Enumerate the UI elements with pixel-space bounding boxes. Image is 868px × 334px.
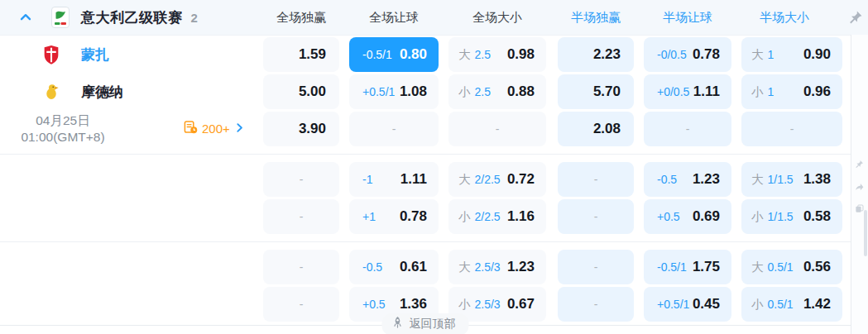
odds-cell[interactable]: 大2.50.98: [448, 37, 546, 72]
handicap-line: -0.5/1: [657, 260, 687, 274]
over-under-side: 小: [751, 297, 764, 313]
over-under-line: 小0.5/1: [751, 297, 794, 313]
goal-line: 2/2.5: [475, 210, 501, 223]
odds-cell[interactable]: 大2.5/31.23: [448, 250, 546, 284]
odds-value: 0.96: [803, 84, 831, 100]
odds-row: 蒙扎1.59-0.5/10.80大2.50.982.23-0/0.50.78大1…: [0, 37, 851, 72]
odds-cell[interactable]: -0.50.61: [349, 250, 439, 284]
odds-cell[interactable]: 大10.90: [741, 37, 842, 72]
match-date: 04月25日: [0, 112, 126, 129]
odds-row: 04月25日01:00(GMT+8)200+3.90--2.08--: [0, 112, 851, 146]
column-header-ft-1x2[interactable]: 全场独赢: [263, 0, 339, 35]
empty-odds-cell: -: [644, 112, 731, 146]
odds-cell[interactable]: -11.11: [349, 162, 439, 197]
odds-value: 0.90: [803, 46, 831, 63]
odds-group: --11.11大2/2.50.72--0.51.23大1/1.51.38-+10…: [0, 155, 851, 242]
league-name[interactable]: 意大利乙级联赛: [81, 8, 183, 27]
no-odds-dash: -: [300, 298, 304, 311]
odds-value: 1.08: [400, 84, 427, 100]
odds-value: 1.36: [400, 296, 427, 313]
over-under-side: 大: [458, 260, 471, 275]
home-team-name[interactable]: 蒙扎: [81, 45, 109, 64]
over-under-line: 小1/1.5: [751, 209, 794, 225]
odds-cell[interactable]: 大2/2.50.72: [448, 162, 546, 197]
odds-row: -+10.78小2/2.51.16-+0.50.69小1/1.50.58: [0, 199, 851, 234]
empty-left-cell: [0, 250, 263, 284]
odds-cell[interactable]: +0.5/11.08: [349, 74, 439, 109]
share-icon[interactable]: [855, 179, 864, 194]
pin-icon[interactable]: [848, 10, 863, 25]
odds-value: 1.11: [693, 84, 720, 100]
odds-cell[interactable]: 小1/1.50.58: [741, 199, 842, 234]
no-odds-dash: -: [300, 260, 304, 274]
odds-cell[interactable]: +10.78: [349, 199, 439, 234]
over-under-line: 小1: [751, 84, 774, 100]
odds-cell[interactable]: 大0.5/10.56: [741, 250, 842, 284]
match-time: 01:00(GMT+8): [0, 129, 126, 146]
no-odds-dash: -: [594, 298, 598, 311]
more-markets-link[interactable]: 200+: [184, 120, 245, 137]
empty-odds-cell: -: [263, 250, 339, 284]
column-header-ht-handicap[interactable]: 半场让球: [644, 0, 731, 35]
odds-cell[interactable]: +0/0.51.11: [644, 74, 731, 109]
back-to-top-button[interactable]: 返回顶部: [382, 313, 469, 334]
no-odds-dash: -: [594, 173, 598, 186]
no-odds-dash: -: [300, 173, 304, 186]
handicap-line: +0.5: [362, 298, 386, 311]
odds-cell[interactable]: -0.5/10.80: [349, 37, 439, 72]
odds-value: 1.75: [693, 259, 720, 275]
pin-icon-small[interactable]: [855, 157, 864, 172]
column-header-ht-overunder[interactable]: 半场大小: [741, 0, 842, 35]
odds-cell[interactable]: 1.59: [263, 37, 339, 72]
odds-value: 1.59: [299, 46, 326, 63]
league-logo-icon: [51, 7, 70, 28]
away-team-name[interactable]: 摩德纳: [81, 83, 123, 102]
column-header-ft-handicap[interactable]: 全场让球: [349, 0, 439, 35]
odds-cell[interactable]: 5.70: [558, 74, 634, 109]
odds-cell[interactable]: -0.5/11.75: [644, 250, 731, 284]
goal-line: 2.5: [475, 48, 491, 61]
odds-cell[interactable]: +0.50.69: [644, 199, 731, 234]
odds-cell[interactable]: 3.90: [263, 112, 339, 146]
handicap-line: +0/0.5: [657, 85, 689, 98]
league-header: 意大利乙级联赛 2 全场独赢 全场让球 全场大小 半场独赢 半场让球 半场大小: [0, 0, 868, 36]
odds-cell[interactable]: 小2/2.51.16: [448, 199, 546, 234]
markets-count-label: 200+: [202, 122, 230, 136]
collapse-chevron-up-icon[interactable]: [18, 10, 33, 25]
handicap-line: -0/0.5: [657, 48, 687, 61]
odds-cell[interactable]: 5.00: [263, 74, 339, 109]
goal-line: 2/2.5: [475, 173, 501, 186]
goal-line: 1/1.5: [768, 210, 794, 223]
empty-odds-cell: -: [263, 199, 339, 234]
over-under-line: 大2.5: [458, 47, 491, 63]
odds-row: --0.50.61大2.5/31.23--0.5/11.75大0.5/10.56: [0, 250, 851, 284]
column-header-ft-overunder[interactable]: 全场大小: [448, 0, 546, 35]
odds-value: 0.88: [507, 84, 535, 100]
odds-value: 0.56: [803, 259, 831, 275]
scrollbar-thumb[interactable]: [864, 210, 867, 256]
odds-cell[interactable]: 2.23: [558, 37, 634, 72]
odds-cell[interactable]: 小2.50.88: [448, 74, 546, 109]
odds-cell[interactable]: 2.08: [558, 112, 634, 146]
odds-value: 3.90: [299, 121, 326, 137]
over-under-side: 大: [458, 172, 471, 188]
away-team-badge-icon: [41, 81, 61, 103]
goal-line: 2.5/3: [475, 298, 501, 311]
handicap-line: -1: [362, 173, 372, 186]
odds-cell[interactable]: -0/0.50.78: [644, 37, 731, 72]
no-odds-dash: -: [496, 122, 500, 136]
copy-icon[interactable]: [855, 202, 864, 217]
odds-value: 5.00: [299, 84, 326, 100]
handicap-line: +1: [362, 210, 376, 223]
odds-value: 1.38: [803, 171, 831, 188]
no-odds-dash: -: [300, 210, 304, 223]
odds-value: 0.80: [400, 46, 427, 63]
over-under-line: 大2/2.5: [458, 172, 501, 188]
column-header-ht-1x2[interactable]: 半场独赢: [558, 0, 634, 35]
over-under-line: 大1/1.5: [751, 172, 794, 188]
odds-cell[interactable]: 小10.96: [741, 74, 842, 109]
odds-cell[interactable]: -0.51.23: [644, 162, 731, 197]
odds-cell[interactable]: 大1/1.51.38: [741, 162, 842, 197]
empty-odds-cell: -: [558, 162, 634, 197]
goal-line: 1: [768, 85, 774, 98]
